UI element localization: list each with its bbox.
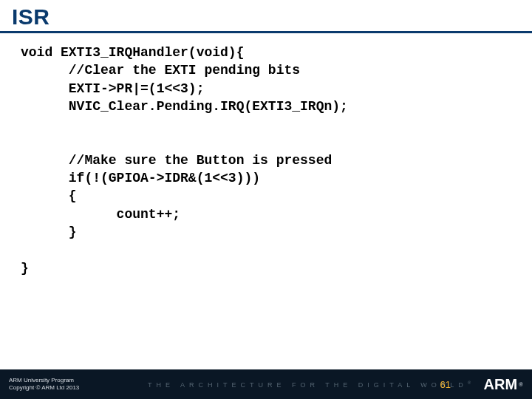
page-number: 61 — [440, 379, 451, 390]
code-line: //Make sure the Button is pressed — [21, 153, 332, 168]
title-bar: ISR — [0, 0, 532, 33]
code-line: count++; — [21, 207, 180, 222]
registered-mark: ® — [519, 381, 523, 388]
footer-bar: ARM University Program Copyright © ARM L… — [0, 369, 532, 399]
footer-credits: ARM University Program Copyright © ARM L… — [9, 377, 79, 392]
code-line: //Clear the EXTI pending bits — [21, 63, 300, 78]
code-line: } — [21, 225, 77, 239]
footer-program: ARM University Program — [9, 377, 79, 384]
footer-copyright: Copyright © ARM Ltd 2013 — [9, 384, 79, 392]
registered-mark: ® — [468, 381, 471, 385]
code-line: } — [21, 261, 29, 276]
code-line: NVIC_Clear.Pending.IRQ(EXTI3_IRQn); — [21, 99, 348, 114]
footer-tagline: THE ARCHITECTURE FOR THE DIGITAL WORLD® — [148, 381, 471, 389]
page-title: ISR — [12, 4, 520, 30]
logo-text: ARM — [484, 376, 518, 393]
slide-body: void EXTI3_IRQHandler(void){ //Clear the… — [0, 33, 532, 369]
code-line: { — [21, 188, 77, 203]
arm-logo: ARM® — [484, 376, 523, 393]
code-line: if(!(GPIOA->IDR&(1<<3))) — [21, 171, 260, 185]
code-block: void EXTI3_IRQHandler(void){ //Clear the… — [21, 44, 520, 277]
code-line: void EXTI3_IRQHandler(void){ — [21, 45, 244, 60]
tagline-text: THE ARCHITECTURE FOR THE DIGITAL WORLD — [148, 381, 468, 389]
code-line: EXTI->PR|=(1<<3); — [21, 81, 204, 96]
slide: ISR void EXTI3_IRQHandler(void){ //Clear… — [0, 0, 532, 399]
